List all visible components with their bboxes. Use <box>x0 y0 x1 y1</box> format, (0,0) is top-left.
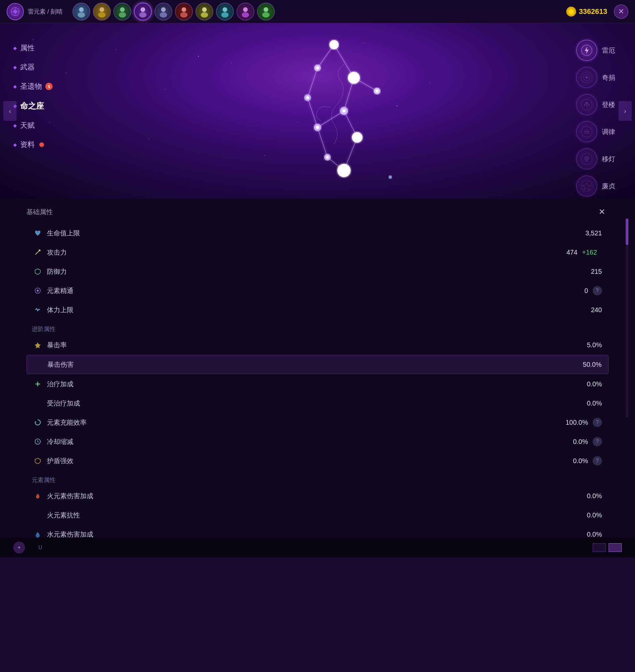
bottom-box-1[interactable] <box>593 543 606 552</box>
incominghealing-icon <box>33 399 42 408</box>
svg-point-70 <box>37 290 39 292</box>
svg-point-8 <box>120 7 125 12</box>
svg-point-15 <box>180 12 188 18</box>
stat-row-hp: 生命值上限 3,521 <box>26 224 609 242</box>
artifact-badge: 5 <box>45 83 52 90</box>
stat-value-em: 0 <box>555 287 588 295</box>
skill-label-1: 奇捐 <box>602 73 615 82</box>
char-list <box>72 3 566 21</box>
skill-harmony[interactable]: 调律 <box>576 121 615 142</box>
stat-name-healing: 治疗加成 <box>47 380 569 388</box>
cdr-help-button[interactable]: ? <box>593 437 602 446</box>
stat-name-incominghealing: 受治疗加成 <box>47 399 569 408</box>
scroll-track[interactable] <box>626 218 628 417</box>
nav-close-button[interactable]: ✕ <box>614 4 628 19</box>
stat-row-shield: 护盾强效 0.0% ? <box>26 451 609 470</box>
char-avatar-3[interactable] <box>113 3 131 21</box>
bottom-plus-button[interactable]: + <box>13 542 25 553</box>
stats-scrollarea: 生命值上限 3,521 攻击力 474 +162 防御力 215 元素精通 <box>0 224 635 544</box>
stat-row-pyro-res: 火元素抗性 0.0% <box>26 506 609 524</box>
def-icon <box>33 267 42 276</box>
char-avatar-6[interactable] <box>175 3 193 21</box>
char-avatar-7[interactable] <box>195 3 213 21</box>
constellation-area <box>0 23 635 198</box>
sidebar-item-weapon[interactable]: ◆ 武器 <box>13 62 52 72</box>
stat-value-shield: 0.0% <box>555 457 588 465</box>
stat-row-cdr: 冷却缩减 0.0% ? <box>26 432 609 451</box>
sidebar-item-profile[interactable]: ◆ 资料 <box>13 140 52 150</box>
sidebar-item-artifacts[interactable]: ◆ 圣遗物 5 <box>13 81 52 91</box>
profile-warning <box>39 142 44 147</box>
main-area: ◆ 属性 ◆ 武器 ◆ 圣遗物 5 ◆ 命之座 ◆ 天赋 ◆ 资料 ‹ <box>0 23 635 198</box>
stat-value-stamina: 240 <box>569 306 602 314</box>
svg-line-33 <box>308 68 318 98</box>
svg-point-5 <box>78 12 85 18</box>
stat-name-em: 元素精通 <box>47 286 555 295</box>
svg-point-67 <box>585 156 589 160</box>
stat-name-pyro-dmg: 火元素伤害加成 <box>47 491 569 501</box>
breadcrumb: 雷元素 / 刻晴 <box>28 7 63 16</box>
svg-point-20 <box>243 7 248 12</box>
stat-row-critrate: 暴击率 5.0% <box>26 336 609 354</box>
skill-cloudstrider[interactable]: 登楼 <box>576 94 615 115</box>
critdmg-icon <box>34 360 43 369</box>
stat-value-er: 100.0% <box>555 419 588 426</box>
em-help-button[interactable]: ? <box>593 286 602 295</box>
skill-thunderclap[interactable]: 雷厄 <box>576 40 615 61</box>
er-help-button[interactable]: ? <box>593 418 602 427</box>
svg-line-30 <box>318 127 327 157</box>
sidebar-item-talents[interactable]: ◆ 天赋 <box>13 121 52 130</box>
svg-point-42 <box>342 109 346 112</box>
stat-value-hydro-dmg: 0.0% <box>569 531 602 538</box>
section-label-elemental: 元素属性 <box>26 476 609 484</box>
svg-point-36 <box>332 43 336 47</box>
stat-name-critdmg: 暴击伤害 <box>47 360 569 369</box>
char-avatar-5[interactable] <box>154 3 172 21</box>
critrate-icon <box>33 340 42 350</box>
stat-value-healing: 0.0% <box>569 380 602 388</box>
next-arrow[interactable]: › <box>618 101 632 121</box>
svg-point-16 <box>202 7 207 12</box>
char-avatar-4-keqing[interactable] <box>134 3 152 21</box>
stat-name-cdr: 冷却缩减 <box>47 437 555 446</box>
prev-arrow[interactable]: ‹ <box>3 101 17 121</box>
skill-label-0: 雷厄 <box>602 46 615 55</box>
pyro-res-icon <box>33 510 42 520</box>
svg-point-4 <box>79 7 84 12</box>
char-avatar-8[interactable] <box>216 3 234 21</box>
stat-name-def: 防御力 <box>47 267 569 276</box>
stat-row-critdmg: 暴击伤害 50.0% <box>26 355 609 374</box>
stat-name-er: 元素充能效率 <box>47 418 555 427</box>
stats-panel-title: 基础属性 <box>26 208 53 216</box>
svg-point-9 <box>119 12 126 18</box>
char-avatar-1[interactable] <box>72 3 90 21</box>
skill-incorruptible[interactable]: 廉贞 <box>576 175 615 197</box>
stat-value-critrate: 5.0% <box>569 341 602 349</box>
stats-panel-close[interactable]: ✕ <box>595 205 609 218</box>
stat-row-em: 元素精通 0 ? <box>26 281 609 300</box>
sidebar-item-constellation[interactable]: ◆ 命之座 <box>13 101 52 111</box>
svg-point-11 <box>139 12 147 18</box>
char-avatar-9[interactable] <box>237 3 254 21</box>
bottom-u-label: U <box>38 545 42 550</box>
stat-value-cdr: 0.0% <box>555 438 588 445</box>
skill-icon-thunderclap <box>576 40 597 61</box>
svg-point-44 <box>355 135 359 140</box>
scroll-thumb[interactable] <box>626 218 628 245</box>
stat-row-er: 元素充能效率 100.0% ? <box>26 413 609 432</box>
stat-name-stamina: 体力上限 <box>47 306 569 314</box>
skill-starlance[interactable]: 奇捐 <box>576 67 615 88</box>
pyro-icon <box>33 491 42 501</box>
top-nav: 雷元素 / 刻晴 <box>0 0 635 23</box>
stat-name-pyro-res: 火元素抗性 <box>47 511 569 520</box>
char-avatar-10[interactable] <box>257 3 275 21</box>
cdr-icon <box>33 437 42 446</box>
stat-name-atk: 攻击力 <box>47 248 544 257</box>
sidebar-item-stats[interactable]: ◆ 属性 <box>13 43 52 53</box>
char-avatar-2[interactable] <box>93 3 111 21</box>
skill-lamplight[interactable]: 移灯 <box>576 148 615 169</box>
stat-name-shield: 护盾强效 <box>47 457 555 465</box>
skill-icon-starlance <box>576 67 597 88</box>
shield-help-button[interactable]: ? <box>593 456 602 465</box>
bottom-box-2[interactable] <box>609 543 622 552</box>
